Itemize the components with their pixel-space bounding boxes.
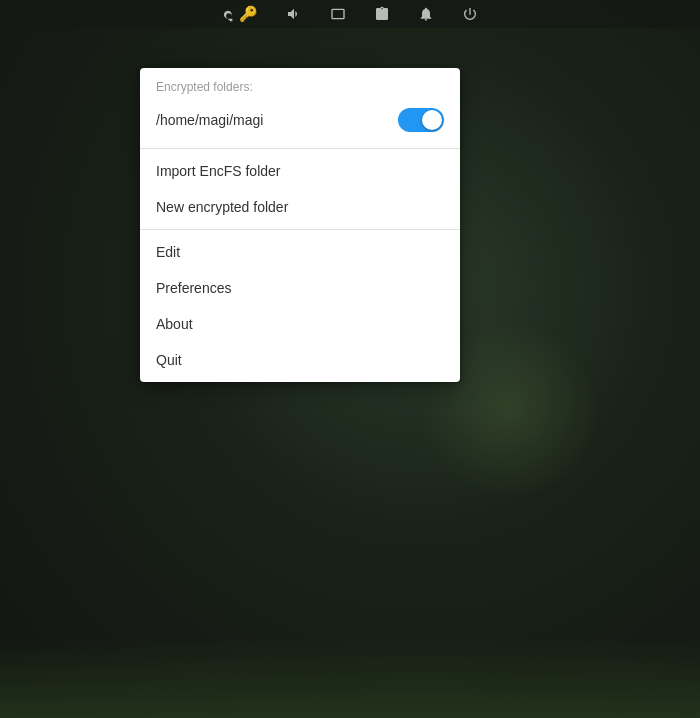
- notification-icon[interactable]: [418, 6, 434, 22]
- folder-row: /home/magi/magi: [156, 104, 444, 136]
- window-icon[interactable]: [330, 6, 346, 22]
- encryption-popup: Encrypted folders: /home/magi/magi Impor…: [140, 68, 460, 382]
- key-icon[interactable]: 🔑: [223, 5, 258, 23]
- import-encfs-button[interactable]: Import EncFS folder: [140, 153, 460, 189]
- background-foliage: [0, 638, 700, 718]
- folder-path: /home/magi/magi: [156, 112, 263, 128]
- volume-icon[interactable]: [286, 6, 302, 22]
- about-button[interactable]: About: [140, 306, 460, 342]
- folder-toggle[interactable]: [398, 108, 444, 132]
- quit-button[interactable]: Quit: [140, 342, 460, 378]
- folders-section: Encrypted folders: /home/magi/magi: [140, 68, 460, 148]
- app-actions-section: Edit Preferences About Quit: [140, 229, 460, 382]
- folder-actions-section: Import EncFS folder New encrypted folder: [140, 148, 460, 229]
- section-label: Encrypted folders:: [156, 80, 444, 94]
- new-encrypted-folder-button[interactable]: New encrypted folder: [140, 189, 460, 225]
- svg-rect-0: [332, 9, 344, 18]
- edit-button[interactable]: Edit: [140, 234, 460, 270]
- preferences-button[interactable]: Preferences: [140, 270, 460, 306]
- power-icon[interactable]: [462, 6, 478, 22]
- clipboard-icon[interactable]: [374, 6, 390, 22]
- tray-bar: 🔑: [0, 0, 700, 28]
